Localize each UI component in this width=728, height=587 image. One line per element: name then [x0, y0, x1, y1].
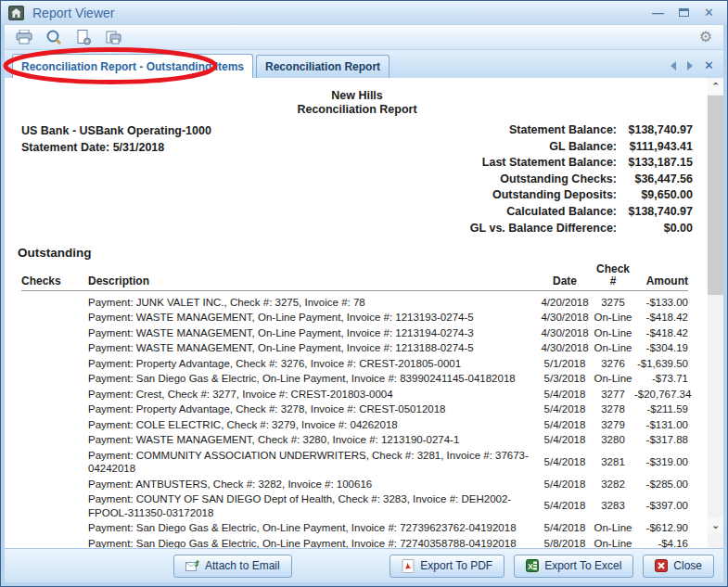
cell-description: Payment: Property Advantage, Check #: 32…	[88, 402, 538, 417]
col-header-check-number: Check #	[592, 262, 634, 291]
export-pdf-label: Export To PDF	[420, 559, 492, 572]
cell-description: Payment: San Diego Gas & Electric, On-Li…	[88, 520, 538, 536]
cell-amount: -$304.19	[634, 340, 688, 356]
page-setup-button[interactable]	[71, 27, 96, 47]
cell-amount: -$211.59	[634, 402, 688, 417]
minimize-button[interactable]: —	[652, 6, 664, 19]
cell-amount: -$131.00	[634, 417, 688, 433]
summary-block: Statement Balance: $138,740.97 GL Balanc…	[470, 122, 693, 236]
cell-check-number: 3282	[592, 477, 634, 492]
table-row: Payment: COUNTY OF SAN DIEGO Dept of Hea…	[21, 491, 688, 520]
table-row: Payment: ANTBUSTERS, Check #: 3282, Invo…	[21, 477, 688, 492]
summary-row: GL Balance: $111,943.41	[470, 139, 693, 156]
scroll-thumb[interactable]	[708, 96, 723, 295]
tab-reconciliation-report[interactable]: Reconciliation Report	[256, 55, 390, 78]
col-header-description: Description	[88, 262, 538, 291]
close-button[interactable]: ✕	[704, 6, 714, 19]
report-content: New Hills Reconciliation Report US Bank …	[5, 78, 723, 548]
cell-checks	[21, 356, 88, 372]
cell-check-number: 3277	[592, 387, 634, 402]
cell-amount: -$418.42	[634, 325, 688, 341]
cell-checks	[21, 371, 88, 387]
page-setup-icon	[76, 30, 92, 45]
summary-label: Outstanding Checks:	[500, 172, 617, 188]
cell-description: Payment: COMMUNITY ASSOCIATION UNDERWRIT…	[88, 448, 538, 477]
window-title: Report Viewer	[32, 6, 114, 20]
tab-scroll-right-button[interactable]	[687, 61, 693, 70]
tab-close-button[interactable]: ✕	[704, 59, 714, 71]
toolbar: ⚙	[5, 25, 723, 50]
home-icon	[8, 6, 24, 20]
summary-value: $36,447.56	[617, 172, 693, 188]
export-excel-button[interactable]: X Export To Excel	[514, 555, 633, 578]
export-excel-label: Export To Excel	[544, 559, 621, 572]
summary-value: $133,187.15	[617, 155, 693, 172]
cell-checks	[21, 536, 88, 548]
cell-description: Payment: COLE ELECTRIC, Check #: 3279, I…	[88, 417, 538, 433]
excel-icon: X	[526, 559, 539, 572]
preview-zoom-icon	[45, 30, 62, 45]
cell-date: 4/30/2018	[538, 340, 592, 356]
export-pdf-button[interactable]: Export To PDF	[390, 555, 504, 578]
cell-check-number: On-Line	[592, 310, 634, 325]
footer-bar: Attach to Email Export To PDF X Export T…	[5, 548, 723, 582]
chevron-down-icon: ⌄	[711, 520, 720, 530]
col-header-amount: Amount	[634, 262, 688, 291]
table-row: Payment: WASTE MANAGEMENT, On-Line Payme…	[21, 325, 688, 341]
report-title: Reconciliation Report	[21, 103, 693, 117]
section-title-outstanding: Outstanding	[18, 246, 693, 260]
cell-date: 5/8/2018	[538, 536, 592, 548]
cell-amount: -$418.42	[634, 310, 688, 325]
cell-amount: -$20,767.34	[634, 387, 688, 402]
cell-check-number: On-Line	[592, 520, 634, 536]
close-report-label: Close	[673, 559, 702, 572]
cell-check-number: 3278	[592, 402, 634, 417]
cell-amount: -$73.71	[634, 371, 688, 387]
cell-checks	[21, 325, 88, 341]
cell-date: 5/4/2018	[538, 448, 592, 477]
maximize-button[interactable]	[679, 6, 689, 19]
table-row: Payment: WASTE MANAGEMENT, On-Line Payme…	[21, 310, 688, 325]
table-row: Payment: Property Advantage, Check #: 32…	[21, 402, 688, 417]
cell-amount: -$397.00	[634, 491, 688, 520]
cell-amount: -$319.00	[634, 448, 688, 477]
scroll-down-button[interactable]: ⌄	[708, 517, 723, 533]
cell-description: Payment: JUNK VALET INC., Check #: 3275,…	[88, 295, 538, 311]
chevron-up-icon: ⌃	[711, 82, 720, 92]
vertical-scrollbar[interactable]: ⌃ ⌄	[708, 78, 723, 548]
tab-scroll-left-button[interactable]	[671, 61, 676, 70]
cell-check-number: 3276	[592, 356, 634, 372]
cell-description: Payment: San Diego Gas & Electric, On-Li…	[88, 371, 538, 387]
table-row: Payment: WASTE MANAGEMENT, On-Line Payme…	[21, 340, 688, 356]
preview-zoom-button[interactable]	[42, 27, 66, 47]
cell-description: Payment: COUNTY OF SAN DIEGO Dept of Hea…	[88, 491, 538, 520]
print-copies-button[interactable]	[101, 27, 125, 47]
print-icon	[16, 30, 32, 45]
summary-label: Calculated Balance:	[506, 204, 617, 221]
cell-description: Payment: WASTE MANAGEMENT, On-Line Payme…	[88, 325, 538, 341]
cell-date: 5/4/2018	[538, 387, 592, 402]
cell-date: 5/4/2018	[538, 491, 592, 520]
scroll-up-button[interactable]: ⌃	[708, 79, 723, 95]
table-row: Payment: Crest, Check #: 3277, Invoice #…	[21, 387, 688, 402]
table-row: Payment: San Diego Gas & Electric, On-Li…	[21, 536, 688, 548]
summary-label: Outstanding Deposits:	[492, 187, 617, 204]
attach-to-email-button[interactable]: Attach to Email	[173, 555, 292, 578]
cell-checks	[21, 402, 88, 417]
table-row: Payment: San Diego Gas & Electric, On-Li…	[21, 520, 688, 536]
print-button[interactable]	[12, 27, 36, 47]
cell-description: Payment: WASTE MANAGEMENT, On-Line Payme…	[88, 340, 538, 356]
settings-button[interactable]: ⚙	[699, 30, 712, 45]
close-report-button[interactable]: Close	[643, 555, 714, 578]
summary-value: $138,740.97	[617, 122, 693, 139]
table-row: Payment: San Diego Gas & Electric, On-Li…	[21, 371, 688, 387]
cell-date: 5/4/2018	[538, 417, 592, 433]
cell-date: 4/30/2018	[538, 310, 592, 325]
tab-outstanding-items[interactable]: Reconciliation Report - Outstanding Item…	[12, 54, 253, 78]
col-header-checks: Checks	[21, 262, 88, 291]
summary-row: Outstanding Deposits: $9,650.00	[470, 187, 693, 204]
cell-date: 5/4/2018	[538, 402, 592, 417]
summary-value: $0.00	[617, 221, 693, 237]
pdf-icon	[402, 559, 415, 573]
cell-amount: -$285.00	[634, 477, 688, 492]
